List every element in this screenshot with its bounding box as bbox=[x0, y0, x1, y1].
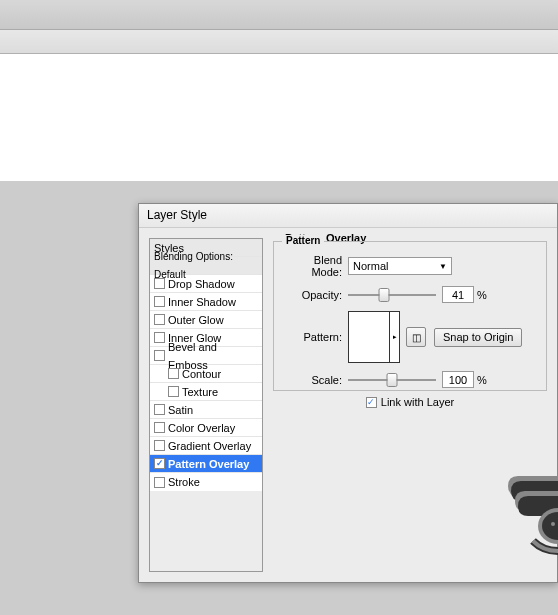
pattern-group: Pattern Blend Mode: Normal ▼ Opacity: % bbox=[273, 241, 547, 391]
pattern-dropdown-icon[interactable]: ▸ bbox=[389, 312, 399, 362]
effect-row-texture[interactable]: Texture bbox=[150, 383, 262, 401]
effect-checkbox-inner-shadow[interactable] bbox=[154, 296, 165, 307]
new-preset-button[interactable]: ◫ bbox=[406, 327, 426, 347]
pattern-label: Pattern: bbox=[284, 331, 342, 343]
effect-checkbox-satin[interactable] bbox=[154, 404, 165, 415]
scale-label: Scale: bbox=[284, 374, 342, 386]
percent-label-2: % bbox=[477, 374, 487, 386]
effect-checkbox-color-overlay[interactable] bbox=[154, 422, 165, 433]
dialog-title: Layer Style bbox=[139, 204, 557, 228]
blend-mode-label: Blend Mode: bbox=[284, 254, 342, 278]
effect-row-bevel-emboss[interactable]: Bevel and Emboss bbox=[150, 347, 262, 365]
effect-row-gradient-overlay[interactable]: Gradient Overlay bbox=[150, 437, 262, 455]
effect-label: Pattern Overlay bbox=[168, 455, 249, 473]
opacity-field[interactable] bbox=[442, 286, 474, 303]
effect-checkbox-bevel-emboss[interactable] bbox=[154, 350, 165, 361]
effect-label: Outer Glow bbox=[168, 311, 224, 329]
blending-options-row[interactable]: Blending Options: Default bbox=[150, 257, 262, 275]
blend-mode-dropdown[interactable]: Normal ▼ bbox=[348, 257, 452, 275]
effect-row-satin[interactable]: Satin bbox=[150, 401, 262, 419]
effect-row-color-overlay[interactable]: Color Overlay bbox=[150, 419, 262, 437]
scale-slider[interactable] bbox=[348, 379, 436, 381]
effect-checkbox-pattern-overlay[interactable] bbox=[154, 458, 165, 469]
percent-label: % bbox=[477, 289, 487, 301]
effect-checkbox-outer-glow[interactable] bbox=[154, 314, 165, 325]
effect-checkbox-gradient-overlay[interactable] bbox=[154, 440, 165, 451]
effect-label: Contour bbox=[182, 365, 221, 383]
snap-to-origin-button[interactable]: Snap to Origin bbox=[434, 328, 522, 347]
app-menubar bbox=[0, 0, 558, 30]
effects-list: Styles Blending Options: Default Drop Sh… bbox=[149, 238, 263, 572]
chevron-down-icon: ▼ bbox=[439, 262, 447, 271]
effect-label: Stroke bbox=[168, 473, 200, 491]
new-preset-icon: ◫ bbox=[412, 332, 421, 343]
opacity-slider[interactable] bbox=[348, 294, 436, 296]
effect-label: Gradient Overlay bbox=[168, 437, 251, 455]
effect-checkbox-stroke[interactable] bbox=[154, 477, 165, 488]
blend-mode-value: Normal bbox=[353, 260, 388, 272]
canvas-area bbox=[0, 54, 558, 181]
link-with-layer-checkbox[interactable] bbox=[366, 397, 377, 408]
effect-row-drop-shadow[interactable]: Drop Shadow bbox=[150, 275, 262, 293]
opacity-slider-thumb[interactable] bbox=[379, 288, 390, 302]
scale-field[interactable] bbox=[442, 371, 474, 388]
effect-row-inner-shadow[interactable]: Inner Shadow bbox=[150, 293, 262, 311]
effect-checkbox-drop-shadow[interactable] bbox=[154, 278, 165, 289]
opacity-label: Opacity: bbox=[284, 289, 342, 301]
app-toolbar bbox=[0, 30, 558, 54]
effect-row-outer-glow[interactable]: Outer Glow bbox=[150, 311, 262, 329]
effect-label: Color Overlay bbox=[168, 419, 235, 437]
effect-label: Texture bbox=[182, 383, 218, 401]
watermark-logo bbox=[493, 456, 558, 566]
effect-label: Inner Shadow bbox=[168, 293, 236, 311]
effect-row-stroke[interactable]: Stroke bbox=[150, 473, 262, 491]
layer-style-dialog: Layer Style Styles Blending Options: Def… bbox=[138, 203, 558, 583]
settings-panel: Pattern Overlay Pattern Blend Mode: Norm… bbox=[273, 238, 547, 572]
effect-checkbox-inner-glow[interactable] bbox=[154, 332, 165, 343]
svg-point-2 bbox=[551, 522, 555, 526]
pattern-swatch[interactable]: ▸ bbox=[348, 311, 400, 363]
group-label: Pattern bbox=[282, 235, 324, 246]
effect-row-pattern-overlay[interactable]: Pattern Overlay bbox=[150, 455, 262, 473]
scale-slider-thumb[interactable] bbox=[387, 373, 398, 387]
effect-checkbox-texture[interactable] bbox=[168, 386, 179, 397]
effect-label: Satin bbox=[168, 401, 193, 419]
effect-checkbox-contour[interactable] bbox=[168, 368, 179, 379]
effect-label: Drop Shadow bbox=[168, 275, 235, 293]
link-with-layer-label: Link with Layer bbox=[381, 396, 454, 408]
